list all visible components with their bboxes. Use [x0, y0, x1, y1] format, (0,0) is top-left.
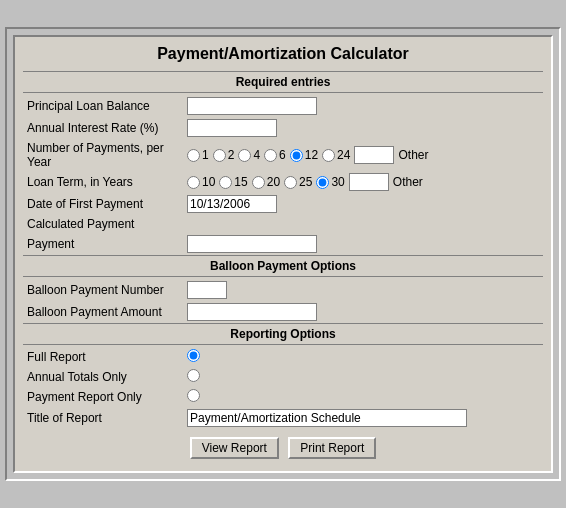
balloon-number-label: Balloon Payment Number	[23, 279, 183, 301]
balloon-amount-input[interactable]	[187, 303, 317, 321]
payments-other-label: Other	[398, 148, 428, 162]
principal-input[interactable]	[187, 97, 317, 115]
payment-report-label: Payment Report Only	[23, 387, 183, 407]
payments-radio-2[interactable]: 2	[213, 148, 235, 162]
payments-radio-input-6[interactable]	[264, 149, 277, 162]
payments-radio-1[interactable]: 1	[187, 148, 209, 162]
interest-input[interactable]	[187, 119, 277, 137]
payments-other-input[interactable]	[354, 146, 394, 164]
calculated-payment-label: Calculated Payment	[23, 215, 183, 233]
balloon-number-input[interactable]	[187, 281, 227, 299]
payments-radio-12[interactable]: 12	[290, 148, 318, 162]
payment-label: Payment	[23, 233, 183, 255]
full-report-label: Full Report	[23, 347, 183, 367]
reporting-section-header: Reporting Options	[23, 323, 543, 345]
term-radio-input-30[interactable]	[316, 176, 329, 189]
page-title: Payment/Amortization Calculator	[23, 45, 543, 63]
annual-totals-radio[interactable]	[187, 369, 200, 382]
button-row: View Report Print Report	[23, 429, 543, 463]
term-radio-input-20[interactable]	[252, 176, 265, 189]
term-radio-10[interactable]: 10	[187, 175, 215, 189]
payments-radio-input-12[interactable]	[290, 149, 303, 162]
balloon-amount-label: Balloon Payment Amount	[23, 301, 183, 323]
loan-term-label: Loan Term, in Years	[23, 171, 183, 193]
term-radio-30[interactable]: 30	[316, 175, 344, 189]
full-report-radio[interactable]	[187, 349, 200, 362]
term-radio-input-25[interactable]	[284, 176, 297, 189]
payments-radio-input-24[interactable]	[322, 149, 335, 162]
report-title-label: Title of Report	[23, 407, 183, 429]
term-radio-15[interactable]: 15	[219, 175, 247, 189]
report-title-input[interactable]	[187, 409, 467, 427]
term-radio-25[interactable]: 25	[284, 175, 312, 189]
term-radio-input-15[interactable]	[219, 176, 232, 189]
payment-input[interactable]	[187, 235, 317, 253]
first-payment-label: Date of First Payment	[23, 193, 183, 215]
principal-label: Principal Loan Balance	[23, 95, 183, 117]
term-other-label: Other	[393, 175, 423, 189]
payments-per-year-group: 1 2 4 6 12 24 Other	[187, 146, 539, 164]
required-section-header: Required entries	[23, 71, 543, 93]
payments-radio-24[interactable]: 24	[322, 148, 350, 162]
payment-report-radio[interactable]	[187, 389, 200, 402]
first-payment-input[interactable]	[187, 195, 277, 213]
payments-per-year-label: Number of Payments, per Year	[23, 139, 183, 171]
balloon-section-header: Balloon Payment Options	[23, 255, 543, 277]
term-other-input[interactable]	[349, 173, 389, 191]
payments-radio-input-4[interactable]	[238, 149, 251, 162]
payments-radio-input-2[interactable]	[213, 149, 226, 162]
payments-radio-6[interactable]: 6	[264, 148, 286, 162]
payments-radio-input-1[interactable]	[187, 149, 200, 162]
payments-radio-4[interactable]: 4	[238, 148, 260, 162]
term-radio-input-10[interactable]	[187, 176, 200, 189]
term-radio-20[interactable]: 20	[252, 175, 280, 189]
view-report-button[interactable]: View Report	[190, 437, 279, 459]
annual-totals-label: Annual Totals Only	[23, 367, 183, 387]
loan-term-group: 10 15 20 25 30 Other	[187, 173, 539, 191]
print-report-button[interactable]: Print Report	[288, 437, 376, 459]
interest-label: Annual Interest Rate (%)	[23, 117, 183, 139]
